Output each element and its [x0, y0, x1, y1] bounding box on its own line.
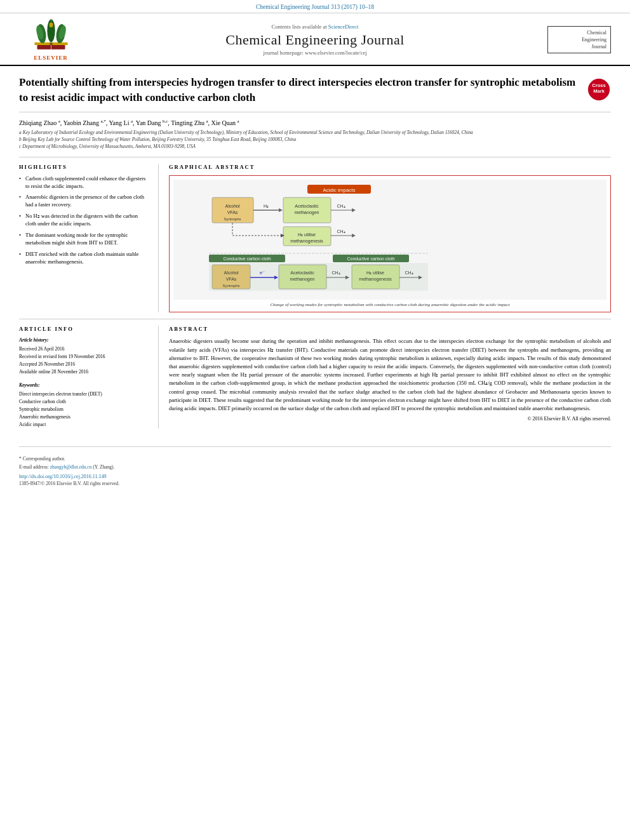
svg-rect-7 — [49, 23, 53, 27]
graphical-abstract-diagram: Acidic impacts Alcohol VFAs Syntrophs H₂ — [177, 183, 603, 295]
keywords-heading: Keywords: — [19, 382, 149, 388]
elsevier-tree-icon — [34, 18, 69, 53]
highlight-item-4: The dominant working mode for the syntro… — [19, 232, 149, 247]
article-info-column: ARTICLE INFO Article history: Received 2… — [19, 326, 159, 429]
journal-ref-text: Chemical Engineering Journal 313 (2017) … — [256, 4, 374, 10]
affiliation-a: a Key Laboratory of Industrial Ecology a… — [19, 129, 611, 136]
header-center: Contents lists available at ScienceDirec… — [83, 23, 547, 56]
highlights-graphical-section: HIGHLIGHTS Carbon cloth supplemented cou… — [19, 157, 611, 313]
svg-marker-21 — [279, 208, 283, 212]
footer-doi: http://dx.doi.org/10.1016/j.cej.2016.11.… — [19, 474, 611, 479]
abstract-text: Anaerobic digesters usually become sour … — [169, 337, 611, 423]
main-content: Potentially shifting from interspecies h… — [0, 66, 630, 441]
article-history-heading: Article history: — [19, 337, 149, 343]
article-title-section: Potentially shifting from interspecies h… — [19, 75, 611, 112]
svg-text:Cross: Cross — [592, 83, 606, 88]
journal-abbrev-box: Chemical Engineering Journal — [547, 26, 611, 54]
graphical-abstract-image: Acidic impacts Alcohol VFAs Syntrophs H₂ — [169, 175, 611, 313]
svg-text:methanogenesis: methanogenesis — [290, 239, 323, 244]
doi-link[interactable]: http://dx.doi.org/10.1016/j.cej.2016.11.… — [19, 474, 107, 479]
journal-title: Chemical Engineering Journal — [83, 32, 547, 48]
svg-text:Conductive carbon cloth: Conductive carbon cloth — [347, 257, 394, 261]
highlights-column: HIGHLIGHTS Carbon cloth supplemented cou… — [19, 164, 159, 313]
received-text: Received 26 April 2016 Received in revis… — [19, 345, 149, 376]
abstract-column: ABSTRACT Anaerobic digesters usually bec… — [169, 326, 611, 429]
svg-text:Mark: Mark — [593, 88, 605, 94]
affiliations: a Key Laboratory of Industrial Ecology a… — [19, 129, 611, 150]
elsevier-logo: ELSEVIER — [19, 18, 83, 61]
svg-rect-62 — [209, 263, 428, 291]
svg-text:Acidic impacts: Acidic impacts — [323, 187, 355, 193]
svg-text:H₂ utilise: H₂ utilise — [298, 232, 316, 237]
crossmark-badge: Cross Mark — [587, 77, 611, 103]
elsevier-text: ELSEVIER — [34, 55, 68, 61]
contents-line: Contents lists available at ScienceDirec… — [83, 23, 547, 30]
email-link[interactable]: zhangyb@dlut.edu.cn — [50, 464, 92, 470]
affiliation-b: b Beijing Key Lab for Source Control Tec… — [19, 136, 611, 143]
svg-text:Acetoclastic: Acetoclastic — [295, 204, 319, 208]
article-title: Potentially shifting from interspecies h… — [19, 75, 580, 105]
journal-ref-bar: Chemical Engineering Journal 313 (2017) … — [0, 0, 630, 13]
elsevier-logo-area: ELSEVIER — [19, 18, 83, 61]
highlight-item-1: Carbon cloth supplemented could enhance … — [19, 175, 149, 190]
svg-marker-27 — [352, 208, 356, 212]
svg-text:VFAs: VFAs — [227, 210, 238, 215]
svg-text:methanogen: methanogen — [295, 210, 319, 215]
page: Chemical Engineering Journal 313 (2017) … — [0, 0, 630, 840]
svg-text:Conductive carbon cloth: Conductive carbon cloth — [223, 257, 271, 261]
footer-corresponding: * Corresponding author. — [19, 456, 611, 462]
svg-marker-36 — [352, 234, 356, 237]
affiliation-c: c Department of Microbiology, University… — [19, 143, 611, 150]
highlight-item-2: Anaerobic digesters in the presence of t… — [19, 194, 149, 209]
article-info-heading: ARTICLE INFO — [19, 326, 149, 332]
header-area: ELSEVIER Contents lists available at Sci… — [0, 13, 630, 66]
svg-text:Alcohol: Alcohol — [225, 204, 240, 208]
authors-line: Zhiqiang Zhao a, Yaobin Zhang a,*, Yang … — [19, 119, 611, 126]
footer-issn: 1385-8947/© 2016 Elsevier B.V. All right… — [19, 481, 611, 486]
highlights-list: Carbon cloth supplemented could enhance … — [19, 175, 149, 266]
graphical-abstract-column: GRAPHICAL ABSTRACT Acidic impacts Alcoho… — [169, 164, 611, 313]
highlights-heading: HIGHLIGHTS — [19, 164, 149, 170]
copyright-line: © 2016 Elsevier B.V. All rights reserved… — [169, 415, 611, 423]
footer-divider — [19, 446, 611, 447]
graphical-abstract-heading: GRAPHICAL ABSTRACT — [169, 164, 611, 170]
footer-email: E-mail address: zhangyb@dlut.edu.cn (Y. … — [19, 464, 611, 470]
ga-caption: Change of working modes for syntrophic m… — [173, 302, 607, 309]
homepage-line: journal homepage: www.elsevier.com/locat… — [83, 50, 547, 56]
svg-text:H₂: H₂ — [264, 204, 269, 208]
highlight-item-5: DIET enriched with the carbon cloth main… — [19, 251, 149, 266]
footer-area: * Corresponding author. E-mail address: … — [0, 452, 630, 491]
keywords-list: Direct interspecies electron transfer (D… — [19, 390, 149, 429]
svg-text:CH₄: CH₄ — [337, 229, 345, 234]
abstract-heading: ABSTRACT — [169, 326, 611, 332]
crossmark-icon: Cross Mark — [587, 77, 611, 102]
highlight-item-3: No H₂ was detected in the digesters with… — [19, 213, 149, 228]
bottom-two-col: ARTICLE INFO Article history: Received 2… — [19, 319, 611, 429]
sciencedirect-link[interactable]: ScienceDirect — [328, 23, 359, 30]
svg-text:Syntrophs: Syntrophs — [224, 217, 241, 221]
ga-inner: Acidic impacts Alcohol VFAs Syntrophs H₂ — [173, 180, 607, 300]
svg-text:CH₄: CH₄ — [337, 204, 345, 208]
